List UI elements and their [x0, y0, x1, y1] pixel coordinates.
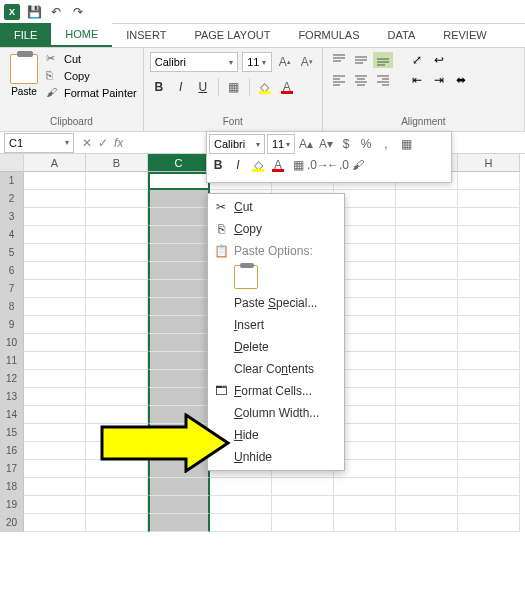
enter-icon[interactable]: ✓ [98, 136, 108, 150]
cell[interactable] [24, 280, 86, 298]
cell[interactable] [148, 334, 210, 352]
cell[interactable] [86, 514, 148, 532]
cell[interactable] [396, 460, 458, 478]
format-painter-button[interactable]: 🖌Format Painter [46, 86, 137, 100]
borders-button[interactable]: ▦ [225, 78, 243, 96]
cell[interactable] [86, 388, 148, 406]
cell[interactable] [396, 334, 458, 352]
tab-page-layout[interactable]: PAGE LAYOUT [180, 23, 284, 47]
mini-border2-icon[interactable]: ▦ [289, 156, 307, 174]
font-size-select[interactable]: 11▾ [242, 52, 272, 72]
row-header[interactable]: 9 [0, 316, 24, 334]
cell[interactable] [458, 388, 520, 406]
cell[interactable] [458, 172, 520, 190]
cell[interactable] [458, 280, 520, 298]
cell[interactable] [396, 406, 458, 424]
name-box[interactable]: C1 ▾ [4, 133, 74, 153]
column-header-b[interactable]: B [86, 154, 148, 172]
cell[interactable] [396, 478, 458, 496]
cell[interactable] [86, 280, 148, 298]
orientation-icon[interactable]: ⤢ [407, 52, 427, 68]
cell[interactable] [148, 208, 210, 226]
cell[interactable] [86, 172, 148, 190]
cell[interactable] [210, 478, 272, 496]
tab-file[interactable]: FILE [0, 23, 51, 47]
increase-indent-icon[interactable]: ⇥ [429, 72, 449, 88]
align-middle-icon[interactable] [351, 52, 371, 68]
cell[interactable] [24, 262, 86, 280]
mini-borders-icon[interactable]: ▦ [397, 135, 415, 153]
cell[interactable] [148, 226, 210, 244]
row-header[interactable]: 15 [0, 424, 24, 442]
cell[interactable] [24, 388, 86, 406]
cell[interactable] [396, 442, 458, 460]
cell[interactable] [458, 496, 520, 514]
mini-font-color-icon[interactable]: A [269, 156, 287, 174]
cell[interactable] [396, 424, 458, 442]
row-header[interactable]: 8 [0, 298, 24, 316]
cell[interactable] [396, 298, 458, 316]
mini-increase-font-icon[interactable]: A▴ [297, 135, 315, 153]
select-all-corner[interactable] [0, 154, 24, 172]
column-header-h[interactable]: H [458, 154, 520, 172]
tab-home[interactable]: HOME [51, 23, 112, 47]
cell[interactable] [24, 334, 86, 352]
ctx-paste-special[interactable]: Paste Special... [208, 292, 344, 314]
cell[interactable] [458, 514, 520, 532]
cell[interactable] [396, 262, 458, 280]
cancel-icon[interactable]: ✕ [82, 136, 92, 150]
row-header[interactable]: 6 [0, 262, 24, 280]
tab-data[interactable]: DATA [374, 23, 430, 47]
cell[interactable] [458, 442, 520, 460]
column-header-c[interactable]: C [148, 154, 210, 172]
merge-center-icon[interactable]: ⬌ [451, 72, 471, 88]
cell[interactable] [24, 460, 86, 478]
row-header[interactable]: 13 [0, 388, 24, 406]
ctx-delete[interactable]: Delete [208, 336, 344, 358]
cell[interactable] [396, 280, 458, 298]
cut-button[interactable]: ✂Cut [46, 52, 137, 66]
cell[interactable] [86, 334, 148, 352]
cell[interactable] [458, 316, 520, 334]
tab-review[interactable]: REVIEW [429, 23, 500, 47]
cell[interactable] [458, 244, 520, 262]
cell[interactable] [334, 478, 396, 496]
copy-button[interactable]: ⎘Copy [46, 69, 137, 83]
mini-bold-button[interactable]: B [209, 156, 227, 174]
align-top-icon[interactable] [329, 52, 349, 68]
ctx-cut[interactable]: ✂Cut [208, 196, 344, 218]
cell[interactable] [458, 226, 520, 244]
decrease-indent-icon[interactable]: ⇤ [407, 72, 427, 88]
row-header[interactable]: 5 [0, 244, 24, 262]
bold-button[interactable]: B [150, 78, 168, 96]
underline-button[interactable]: U [194, 78, 212, 96]
cell[interactable] [396, 514, 458, 532]
cell[interactable] [210, 514, 272, 532]
cell[interactable] [86, 352, 148, 370]
save-icon[interactable]: 💾 [26, 4, 42, 20]
fill-color-button[interactable]: ◇ [256, 78, 274, 96]
cell[interactable] [24, 514, 86, 532]
cell[interactable] [24, 172, 86, 190]
row-header[interactable]: 7 [0, 280, 24, 298]
cell[interactable] [86, 244, 148, 262]
align-bottom-icon[interactable] [373, 52, 393, 68]
ctx-format-cells[interactable]: 🗔Format Cells... [208, 380, 344, 402]
cell[interactable] [458, 478, 520, 496]
cell[interactable] [148, 190, 210, 208]
row-header[interactable]: 1 [0, 172, 24, 190]
cell[interactable] [148, 478, 210, 496]
mini-fill-color-icon[interactable]: ◇ [249, 156, 267, 174]
align-right-icon[interactable] [373, 72, 393, 88]
ctx-clear-contents[interactable]: Clear Contents [208, 358, 344, 380]
mini-decimal-inc-icon[interactable]: .0→ [309, 156, 327, 174]
row-header[interactable]: 20 [0, 514, 24, 532]
cell[interactable] [148, 280, 210, 298]
cell[interactable] [396, 388, 458, 406]
cell[interactable] [24, 496, 86, 514]
tab-formulas[interactable]: FORMULAS [284, 23, 373, 47]
cell[interactable] [148, 514, 210, 532]
cell[interactable] [148, 262, 210, 280]
cell[interactable] [396, 316, 458, 334]
row-header[interactable]: 4 [0, 226, 24, 244]
